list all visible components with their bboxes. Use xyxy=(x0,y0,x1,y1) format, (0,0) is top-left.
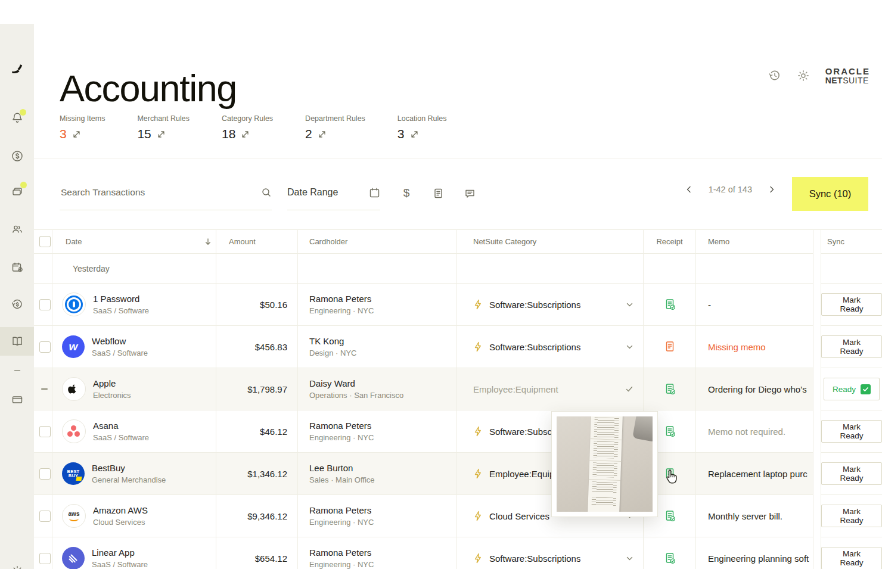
search-icon xyxy=(261,187,272,198)
memo[interactable]: Monthly server bill. xyxy=(696,495,813,537)
select-all-checkbox[interactable] xyxy=(39,236,51,247)
auto-category-icon xyxy=(473,511,483,521)
receipt-icon[interactable] xyxy=(663,552,676,565)
column-amount[interactable]: Amount xyxy=(216,230,298,254)
dollar-circle-icon[interactable] xyxy=(0,150,34,163)
receipt-icon[interactable] xyxy=(663,425,676,438)
auto-category-icon xyxy=(473,553,483,564)
merchant-logo-aws: aws xyxy=(62,504,86,528)
column-sync[interactable]: Sync xyxy=(821,230,882,254)
mark-ready-button[interactable]: Mark Ready xyxy=(821,547,882,570)
merchant-name: 1 Password xyxy=(93,294,149,304)
receipt-icon[interactable] xyxy=(663,509,676,522)
expand-icon[interactable] xyxy=(157,130,165,138)
gear-icon[interactable] xyxy=(797,69,810,82)
row-checkbox[interactable] xyxy=(39,426,51,437)
ramp-logo-icon[interactable] xyxy=(0,62,34,76)
expand-icon[interactable] xyxy=(241,130,249,138)
table-header: Date Amount Cardholder NetSuite Category… xyxy=(34,229,882,254)
chevron-left-icon[interactable] xyxy=(685,185,693,194)
merchant-logo-bestbuy: BESTBUY xyxy=(62,462,85,485)
column-receipt[interactable]: Receipt xyxy=(644,230,696,254)
date-group-row: Yesterday xyxy=(34,254,882,284)
search-field[interactable] xyxy=(60,175,272,210)
expand-icon[interactable] xyxy=(73,130,80,138)
stat-category-rules: Category Rules 18 xyxy=(222,114,273,141)
mark-ready-button[interactable]: Mark Ready xyxy=(821,293,882,316)
mark-ready-button[interactable]: Mark Ready xyxy=(821,462,882,485)
merchant-logo-linear xyxy=(62,547,85,570)
notification-dot xyxy=(20,109,26,116)
missing-receipt-icon[interactable] xyxy=(663,340,676,353)
calendar-icon xyxy=(369,187,380,198)
memo-missing[interactable]: Missing memo xyxy=(696,326,813,368)
table-row[interactable]: aws Amazon AWSCloud Services $9,346.12 R… xyxy=(34,495,882,537)
date-range-label: Date Range xyxy=(287,187,369,198)
credit-card-icon[interactable] xyxy=(0,393,34,406)
cardholder-dept: Engineering · NYC xyxy=(309,306,374,315)
amount-filter-button[interactable]: $ xyxy=(398,185,415,201)
column-memo[interactable]: Memo xyxy=(696,230,813,254)
category-confirmed[interactable]: Employee:Equipment xyxy=(457,368,644,410)
row-checkbox[interactable] xyxy=(39,341,51,353)
ready-button[interactable]: Ready xyxy=(824,378,880,400)
receipt-filter-button[interactable] xyxy=(430,185,446,201)
book-icon[interactable] xyxy=(0,335,34,348)
collapse-icon[interactable] xyxy=(0,364,34,377)
category-select[interactable]: Software:Subscriptions xyxy=(457,284,644,326)
merchant-logo-1password xyxy=(62,293,86,316)
row-checkbox[interactable] xyxy=(39,553,51,564)
column-date[interactable]: Date xyxy=(52,230,216,254)
chevron-down-icon xyxy=(626,555,633,562)
category-select[interactable]: Software:Subscriptions xyxy=(457,326,644,368)
auto-category-icon xyxy=(473,299,483,310)
row-checkbox-indeterminate[interactable] xyxy=(41,388,48,390)
receipt-icon[interactable] xyxy=(663,382,676,396)
dollar-icon: $ xyxy=(403,186,410,200)
row-checkbox[interactable] xyxy=(39,468,51,480)
history-icon[interactable] xyxy=(768,69,781,82)
cards-notification-dot xyxy=(20,182,27,188)
table-row[interactable]: AsanaSaaS / Software $46.12 Ramona Peter… xyxy=(34,410,882,453)
toolbar: Date Range $ 1-42 of 143 Sync (10) xyxy=(34,158,882,230)
receipt-icon[interactable] xyxy=(663,298,676,311)
merchant-type: SaaS / Software xyxy=(93,306,149,315)
memo[interactable]: Replacement laptop purc xyxy=(696,453,813,495)
table-row[interactable]: BESTBUY BestBuyGeneral Merchandise $1,34… xyxy=(34,453,882,495)
memo-filter-button[interactable] xyxy=(461,185,478,201)
document-icon xyxy=(433,188,444,199)
expand-icon[interactable] xyxy=(411,130,418,138)
pagination: 1-42 of 143 xyxy=(685,185,776,194)
mark-ready-button[interactable]: Mark Ready xyxy=(821,335,882,358)
amount: $50.16 xyxy=(216,284,298,326)
merchant-logo-webflow: w xyxy=(62,335,85,358)
receipt-icon-hovered[interactable] xyxy=(663,467,676,480)
header-actions: ORACLE NETSUITE xyxy=(768,67,870,85)
transactions-table: Date Amount Cardholder NetSuite Category… xyxy=(34,229,882,580)
column-cardholder[interactable]: Cardholder xyxy=(298,230,457,254)
mark-ready-button[interactable]: Mark Ready xyxy=(821,420,882,443)
cashback-icon[interactable] xyxy=(0,298,34,311)
stat-missing-items: Missing Items 3 xyxy=(60,114,105,141)
date-range-field[interactable]: Date Range xyxy=(287,175,380,210)
bell-icon[interactable] xyxy=(0,111,34,125)
search-input[interactable] xyxy=(60,186,261,198)
memo-not-required[interactable]: Memo not required. xyxy=(696,410,813,453)
memo[interactable]: Ordering for Diego who’s xyxy=(696,368,813,410)
row-checkbox[interactable] xyxy=(39,511,51,522)
table-row[interactable]: w WebflowSaaS / Software $456.83 TK Kong… xyxy=(34,326,882,368)
sync-button[interactable]: Sync (10) xyxy=(792,177,868,211)
table-row[interactable]: AppleElectronics $1,798.97 Daisy WardOpe… xyxy=(34,368,882,410)
memo[interactable]: - xyxy=(696,284,813,326)
table-row[interactable]: 1 PasswordSaaS / Software $50.16 Ramona … xyxy=(34,284,882,326)
auto-category-icon xyxy=(473,468,483,479)
expand-icon[interactable] xyxy=(318,130,326,138)
calendar-sync-icon[interactable] xyxy=(0,261,34,274)
cards-icon[interactable] xyxy=(0,185,34,198)
column-category[interactable]: NetSuite Category xyxy=(457,230,644,254)
row-checkbox[interactable] xyxy=(39,299,51,310)
chevron-right-icon[interactable] xyxy=(768,185,776,194)
people-icon[interactable] xyxy=(0,223,34,236)
receipt-photo xyxy=(557,416,653,512)
mark-ready-button[interactable]: Mark Ready xyxy=(821,505,882,527)
